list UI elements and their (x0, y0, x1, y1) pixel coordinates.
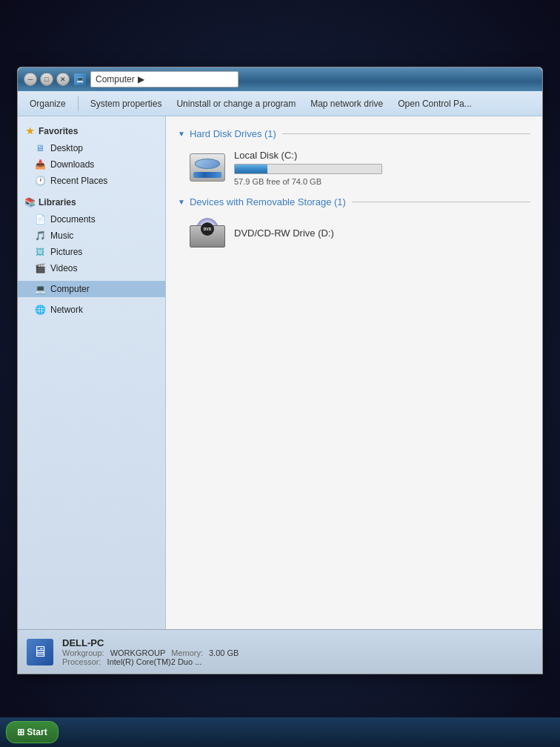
close-button[interactable]: ✕ (56, 73, 70, 86)
hard-disk-section-header: ▼ Hard Disk Drives (1) (178, 128, 530, 139)
computer-nav-icon: 💻 (34, 283, 46, 295)
favorites-section: ★ Favorites 🖥 Desktop 📥 Downloads 🕐 Rece… (18, 122, 165, 189)
status-pc-icon: 🖥 (27, 639, 53, 665)
recent-icon: 🕐 (34, 175, 46, 187)
network-label: Network (50, 305, 83, 315)
sidebar-item-videos[interactable]: 🎬 Videos (18, 260, 165, 276)
workgroup-value: WORKGROUP (110, 648, 166, 657)
documents-label: Documents (50, 214, 96, 225)
hard-disk-title: ▼ Hard Disk Drives (1) (178, 128, 276, 139)
sidebar-item-computer[interactable]: 💻 Computer (18, 281, 165, 297)
breadcrumb-text: Computer (96, 74, 135, 84)
downloads-icon: 📥 (34, 159, 46, 170)
network-section: 🌐 Network (18, 302, 165, 318)
toolbar-separator-1 (78, 96, 79, 111)
sidebar-item-music[interactable]: 🎵 Music (18, 228, 165, 244)
sidebar-item-recent[interactable]: 🕐 Recent Places (18, 173, 165, 189)
status-info: DELL-PC Workgroup: WORKGROUP Memory: 3.0… (62, 637, 239, 666)
start-button[interactable]: ⊞ Start (6, 721, 59, 743)
processor-value: Intel(R) Core(TM)2 Duo ... (107, 657, 202, 666)
sidebar: ★ Favorites 🖥 Desktop 📥 Downloads 🕐 Rece… (18, 116, 166, 629)
breadcrumb-arrow: ▶ (138, 74, 144, 84)
title-bar-content: 💻 Computer ▶ (74, 71, 536, 87)
dvd-drive-info: DVD/CD-RW Drive (D:) (234, 228, 334, 239)
processor-row: Processor: Intel(R) Core(TM)2 Duo ... (62, 657, 239, 666)
sidebar-item-network[interactable]: 🌐 Network (18, 302, 165, 318)
disk-progress-bar (234, 164, 382, 174)
pictures-icon: 🖼 (34, 246, 46, 258)
status-bar: 🖥 DELL-PC Workgroup: WORKGROUP Memory: 3… (18, 629, 542, 674)
pictures-label: Pictures (50, 247, 82, 257)
local-disk-info: Local Disk (C:) 57.9 GB free of 74.0 GB (234, 150, 382, 186)
libraries-icon: 📚 (24, 196, 36, 208)
breadcrumb[interactable]: Computer ▶ (90, 71, 239, 87)
workgroup-row: Workgroup: WORKGROUP Memory: 3.00 GB (62, 648, 239, 657)
videos-label: Videos (50, 263, 77, 273)
computer-label: Computer (50, 284, 90, 294)
pc-name: DELL-PC (62, 637, 239, 648)
removable-section-header: ▼ Devices with Removable Storage (1) (178, 196, 530, 208)
section-triangle-removable: ▼ (178, 198, 185, 206)
section-line-hdd (282, 133, 530, 134)
right-pane: ▼ Hard Disk Drives (1) Local Disk (C:) 5… (166, 116, 542, 629)
libraries-header[interactable]: 📚 Libraries (18, 193, 165, 211)
downloads-label: Downloads (50, 159, 94, 170)
toolbar: Organize System properties Uninstall or … (18, 91, 542, 116)
music-icon: 🎵 (34, 230, 46, 242)
libraries-section: 📚 Libraries 📄 Documents 🎵 Music 🖼 Pictur… (18, 193, 165, 276)
section-line-removable (352, 202, 530, 202)
network-icon: 🌐 (34, 304, 46, 316)
sidebar-item-downloads[interactable]: 📥 Downloads (18, 156, 165, 173)
processor-label: Processor: (62, 657, 101, 666)
system-properties-button[interactable]: System properties (84, 94, 168, 113)
videos-icon: 🎬 (34, 262, 46, 274)
memory-value: 3.00 GB (209, 648, 239, 657)
explorer-window: ─ □ ✕ 💻 Computer ▶ Organize System prope… (17, 67, 543, 674)
local-disk-name: Local Disk (C:) (234, 150, 382, 161)
main-content: ★ Favorites 🖥 Desktop 📥 Downloads 🕐 Rece… (18, 116, 542, 629)
recent-label: Recent Places (50, 176, 107, 186)
disk-progress-fill (235, 165, 267, 173)
open-control-button[interactable]: Open Control Pa... (392, 94, 477, 113)
sidebar-item-documents[interactable]: 📄 Documents (18, 211, 165, 228)
maximize-button[interactable]: □ (40, 73, 53, 86)
desktop-icon: 🖥 (34, 142, 46, 154)
favorites-icon: ★ (24, 125, 36, 137)
documents-icon: 📄 (34, 213, 46, 225)
removable-title-text: Devices with Removable Storage (1) (190, 196, 346, 208)
favorites-header[interactable]: ★ Favorites (18, 122, 165, 140)
section-triangle-hdd: ▼ (178, 130, 185, 138)
uninstall-button[interactable]: Uninstall or change a program (170, 94, 301, 113)
sidebar-item-pictures[interactable]: 🖼 Pictures (18, 244, 165, 260)
local-disk-item[interactable]: Local Disk (C:) 57.9 GB free of 74.0 GB (184, 145, 530, 190)
hdd-icon-graphic (190, 153, 225, 182)
computer-icon: 💻 (74, 73, 86, 85)
dvd-drive-item[interactable]: DVD DVD/CD-RW Drive (D:) (184, 213, 530, 252)
workgroup-label: Workgroup: (62, 648, 104, 657)
desktop-label: Desktop (50, 143, 83, 153)
removable-title: ▼ Devices with Removable Storage (1) (178, 196, 346, 208)
taskbar: ⊞ Start (0, 717, 560, 747)
dvd-icon: DVD (190, 218, 225, 248)
hdd-icon (190, 153, 225, 183)
window-controls: ─ □ ✕ (24, 73, 70, 86)
sidebar-item-desktop[interactable]: 🖥 Desktop (18, 140, 165, 156)
map-network-button[interactable]: Map network drive (304, 94, 389, 113)
dvd-drive-name: DVD/CD-RW Drive (D:) (234, 228, 334, 239)
local-disk-space: 57.9 GB free of 74.0 GB (234, 177, 382, 186)
computer-section: 💻 Computer (18, 281, 165, 297)
hard-disk-title-text: Hard Disk Drives (1) (190, 128, 276, 139)
favorites-label: Favorites (39, 126, 78, 136)
minimize-button[interactable]: ─ (24, 73, 37, 86)
dvd-label-graphic: DVD (201, 222, 214, 236)
memory-label: Memory: (171, 648, 203, 657)
organize-button[interactable]: Organize (24, 94, 72, 113)
libraries-label: Libraries (39, 197, 76, 208)
music-label: Music (50, 230, 73, 241)
title-bar: ─ □ ✕ 💻 Computer ▶ (18, 67, 542, 91)
